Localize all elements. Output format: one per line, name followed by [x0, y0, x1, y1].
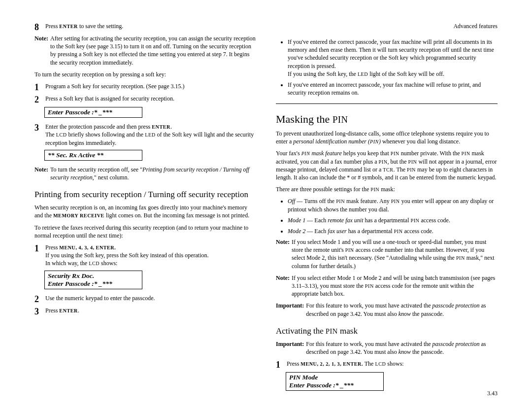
- step-number: 1: [34, 243, 42, 268]
- note-body: For this feature to work, you must have …: [306, 340, 498, 356]
- lcd-display: ** Sec. Rx Active **: [44, 150, 142, 161]
- paragraph: When security reception is on, an incomi…: [34, 204, 256, 219]
- heading-masking-pin: Masking the PIN: [276, 112, 498, 127]
- bullet-list: If you've entered the correct passcode, …: [276, 38, 498, 97]
- note: Note: To turn the security reception off…: [34, 166, 256, 181]
- paragraph: There are three possible settings for th…: [276, 185, 498, 193]
- step-text: Press MENU, 2, 2, 1, 3, ENTER. The LCD s…: [287, 360, 498, 369]
- step-number: 8: [34, 22, 42, 32]
- important-note: Important: For this feature to work, you…: [276, 302, 498, 317]
- print-step-1: 1 Press MENU, 4, 3, 4, ENTER. If you usi…: [34, 243, 256, 268]
- note-label: Note:: [34, 34, 48, 67]
- paragraph: Your fax's PIN mask feature helps you ke…: [276, 149, 498, 181]
- softkey-step-3: 3 Enter the protection passcode and then…: [34, 123, 256, 147]
- list-item: Off — Turns off the PIN mask feature. An…: [288, 197, 498, 213]
- header-section: Advanced features: [453, 22, 498, 30]
- paragraph: To retrieve the faxes received during th…: [34, 224, 256, 240]
- step-text: Enter the protection passcode and then p…: [45, 123, 256, 147]
- list-item: Mode 1 — Each remote fax unit has a depa…: [288, 216, 498, 224]
- step-number: 1: [276, 360, 284, 369]
- page-number: 3.43: [487, 389, 498, 397]
- note: Note: If you select Mode 1 and you will …: [276, 238, 498, 270]
- note: Note: After setting for activating the s…: [34, 34, 256, 67]
- lcd-display: Security Rx Doc. Enter Passcode :* _***: [44, 271, 142, 289]
- subheading-activating: Activating the PIN mask: [276, 326, 498, 337]
- note-body: To turn the security reception off, see …: [50, 166, 256, 181]
- softkey-step-1: 1 Program a Soft key for security recept…: [34, 82, 256, 92]
- note-body: If you select Mode 1 and you will use a …: [292, 238, 498, 270]
- note-label: Important:: [276, 302, 304, 317]
- list-item: If you've entered an incorrect passcode,…: [288, 81, 498, 97]
- divider: [276, 103, 498, 104]
- step-text: Program a Soft key for security receptio…: [45, 82, 256, 92]
- step-number: 3: [34, 123, 42, 147]
- step-text: Press a Soft key that is assigned for se…: [45, 95, 256, 104]
- note: Note: If you select either Mode 1 or Mod…: [276, 274, 498, 298]
- step-number: 3: [34, 307, 42, 316]
- step-text: Press ENTER.: [45, 307, 256, 316]
- note-label: Note:: [276, 274, 290, 298]
- step-number: 1: [34, 82, 42, 92]
- activate-step-1: 1 Press MENU, 2, 2, 1, 3, ENTER. The LCD…: [276, 360, 498, 369]
- step-8: 8 Press ENTER to save the setting.: [34, 22, 256, 32]
- print-step-2: 2 Use the numeric keypad to enter the pa…: [34, 294, 256, 304]
- list-item: If you've entered the correct passcode, …: [288, 38, 498, 78]
- note-label: Note:: [34, 166, 48, 181]
- lcd-display: Enter Passcode :* _***: [44, 107, 142, 118]
- options-list: Off — Turns off the PIN mask feature. An…: [276, 197, 498, 235]
- intro-text: To turn the security reception on by pre…: [34, 70, 256, 78]
- softkey-step-2: 2 Press a Soft key that is assigned for …: [34, 95, 256, 104]
- note-label: Important:: [276, 340, 304, 356]
- step-text: Press ENTER to save the setting.: [45, 22, 256, 32]
- note-body: After setting for activating the securit…: [50, 34, 256, 67]
- right-column: If you've entered the correct passcode, …: [276, 22, 498, 396]
- list-item: Mode 2 — Each fax user has a departmenta…: [288, 227, 498, 235]
- step-text: Use the numeric keypad to enter the pass…: [45, 294, 256, 304]
- note-body: For this feature to work, you must have …: [306, 302, 498, 317]
- lcd-display: PIN Mode Enter Passcode :* _***: [286, 372, 384, 391]
- note-body: If you select either Mode 1 or Mode 2 an…: [292, 274, 498, 298]
- subheading-printing: Printing from security reception / Turni…: [34, 189, 256, 201]
- step-number: 2: [34, 95, 42, 104]
- step-text: Press MENU, 4, 3, 4, ENTER. If you using…: [45, 243, 256, 268]
- important-note: Important: For this feature to work, you…: [276, 340, 498, 356]
- left-column: 8 Press ENTER to save the setting. Note:…: [34, 22, 256, 396]
- print-step-3: 3 Press ENTER.: [34, 307, 256, 316]
- paragraph: To prevent unauthorized long-distance ca…: [276, 130, 498, 145]
- step-number: 2: [34, 294, 42, 304]
- note-label: Note:: [276, 238, 290, 270]
